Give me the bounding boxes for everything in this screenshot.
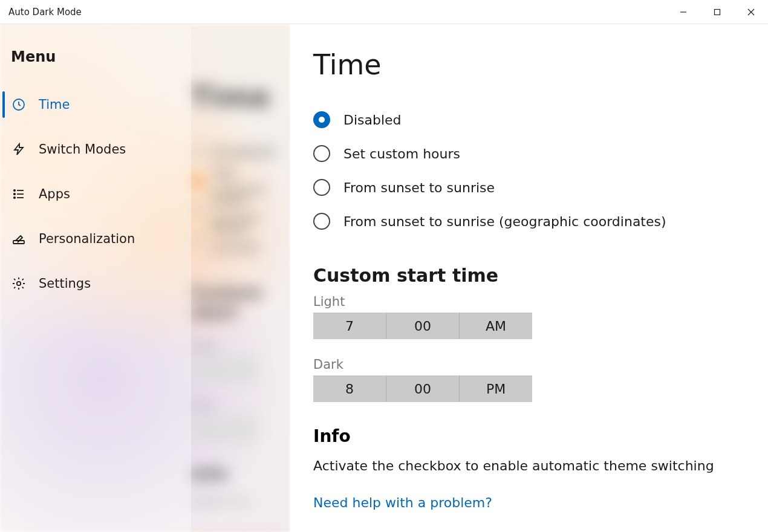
option-sunset-sunrise[interactable]: From sunset to sunrise (313, 170, 744, 204)
option-label: From sunset to sunrise (geographic coord… (343, 214, 666, 229)
sidebar-item-personalization[interactable]: Personalization (0, 216, 191, 261)
window-title: Auto Dark Mode (0, 7, 82, 18)
radio-icon (313, 145, 330, 162)
radio-icon (313, 179, 330, 196)
sidebar-item-time[interactable]: Time (0, 82, 191, 127)
sidebar-item-label: Time (39, 97, 70, 112)
light-time-picker[interactable]: 7 00 AM (313, 313, 532, 339)
dark-hour[interactable]: 8 (313, 375, 386, 402)
minimize-icon (680, 8, 687, 16)
light-minute[interactable]: 00 (386, 313, 460, 339)
radio-icon (313, 213, 330, 230)
close-button[interactable] (734, 0, 768, 24)
sidebar: Menu Time Switch Modes Apps Personalizat… (0, 24, 191, 532)
sidebar-heading: Menu (0, 48, 191, 82)
option-sunset-sunrise-geo[interactable]: From sunset to sunrise (geographic coord… (313, 204, 744, 238)
page-title: Time (313, 48, 744, 81)
dark-label: Dark (313, 357, 744, 372)
light-hour[interactable]: 7 (313, 313, 386, 339)
option-label: Disabled (343, 112, 402, 128)
dark-time-picker[interactable]: 8 00 PM (313, 375, 532, 402)
dark-period[interactable]: PM (460, 375, 532, 402)
svg-point-5 (14, 190, 15, 191)
maximize-button[interactable] (700, 0, 734, 24)
lightning-icon (11, 141, 27, 157)
sidebar-item-settings[interactable]: Settings (0, 261, 191, 306)
minimize-button[interactable] (666, 0, 700, 24)
svg-rect-1 (715, 9, 720, 15)
radio-icon (313, 111, 330, 128)
edit-icon (11, 231, 27, 247)
main-panel: Time Disabled Set custom hours From suns… (290, 24, 768, 532)
option-custom-hours[interactable]: Set custom hours (313, 137, 744, 170)
sidebar-item-switch-modes[interactable]: Switch Modes (0, 127, 191, 172)
light-label: Light (313, 294, 744, 309)
dark-minute[interactable]: 00 (386, 375, 460, 402)
clock-icon (11, 97, 27, 112)
sidebar-item-label: Settings (39, 276, 91, 291)
help-link[interactable]: Need help with a problem? (313, 495, 744, 510)
info-heading: Info (313, 426, 744, 446)
custom-start-heading: Custom start time (313, 265, 744, 286)
option-disabled[interactable]: Disabled (313, 103, 744, 137)
gear-icon (11, 276, 27, 291)
option-label: Set custom hours (343, 146, 460, 161)
svg-point-12 (17, 282, 21, 285)
sidebar-item-label: Personalization (39, 232, 135, 246)
option-label: From sunset to sunrise (343, 180, 495, 195)
sidebar-item-label: Apps (39, 187, 70, 201)
list-icon (11, 186, 27, 202)
window-controls (666, 0, 768, 24)
sidebar-item-label: Switch Modes (39, 142, 126, 157)
info-body: Activate the checkbox to enable automati… (313, 458, 744, 473)
maximize-icon (714, 8, 721, 16)
light-period[interactable]: AM (460, 313, 532, 339)
titlebar: Auto Dark Mode (0, 0, 768, 24)
svg-point-9 (14, 197, 15, 198)
sidebar-item-apps[interactable]: Apps (0, 172, 191, 216)
svg-point-7 (14, 193, 15, 195)
close-icon (747, 8, 755, 16)
